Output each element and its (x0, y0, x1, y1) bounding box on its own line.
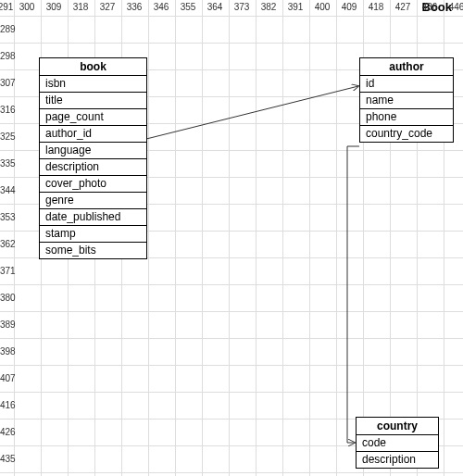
ruler-tick: 291 (0, 2, 13, 12)
field: date_published (40, 209, 146, 226)
field: id (360, 76, 453, 93)
ruler-tick: 346 (154, 2, 169, 12)
field: phone (360, 109, 453, 126)
field: description (40, 159, 146, 176)
ruler-tick: 289 (0, 24, 16, 34)
ruler-tick: 371 (0, 266, 16, 276)
ruler-tick: 355 (181, 2, 196, 12)
ruler-tick: 364 (207, 2, 223, 12)
ruler-tick: 327 (100, 2, 116, 12)
ruler-tick: 380 (0, 293, 16, 303)
ruler-tick: 335 (0, 158, 16, 169)
ruler-tick: 391 (288, 2, 304, 12)
ruler-tick: 309 (46, 2, 62, 12)
ruler-tick: 409 (342, 2, 357, 12)
field: language (40, 143, 146, 159)
field: title (40, 93, 146, 109)
ruler-tick: 435 (0, 454, 16, 464)
field: name (360, 93, 453, 109)
field: genre (40, 193, 146, 209)
entity-header: author (360, 58, 453, 76)
ruler-tick: 436 (422, 2, 438, 12)
field: stamp (40, 226, 146, 243)
diagram-canvas: Book 291 300 309 318 327 336 346 355 364… (0, 0, 463, 476)
ruler-tick: 325 (0, 132, 16, 142)
ruler-tick: 416 (0, 400, 16, 410)
entity-header: country (357, 418, 438, 435)
ruler-tick: 382 (261, 2, 277, 12)
field: description (357, 452, 438, 468)
field: some_bits (40, 243, 146, 258)
ruler-tick: 344 (0, 185, 16, 195)
field: country_code (360, 126, 453, 142)
ruler-top: 291 300 309 318 327 336 346 355 364 373 … (0, 2, 463, 15)
ruler-tick: 353 (0, 212, 16, 222)
ruler-tick: 373 (234, 2, 250, 12)
entity-header: book (40, 58, 146, 76)
ruler-tick: 318 (73, 2, 89, 12)
ruler-tick: 427 (395, 2, 411, 12)
entity-country[interactable]: country code description (356, 417, 439, 469)
ruler-tick: 418 (369, 2, 384, 12)
field: page_count (40, 109, 146, 126)
ruler-tick: 300 (19, 2, 35, 12)
ruler-tick: 362 (0, 239, 16, 249)
field: author_id (40, 126, 146, 143)
entity-book[interactable]: book isbn title page_count author_id lan… (39, 57, 147, 259)
field: code (357, 435, 438, 452)
ruler-tick: 446 (449, 2, 463, 12)
entity-author[interactable]: author id name phone country_code (359, 57, 454, 143)
ruler-tick: 398 (0, 346, 16, 357)
ruler-tick: 389 (0, 319, 16, 330)
field: cover_photo (40, 176, 146, 193)
ruler-tick: 307 (0, 78, 16, 88)
ruler-tick: 336 (127, 2, 143, 12)
field: isbn (40, 76, 146, 93)
ruler-tick: 400 (315, 2, 331, 12)
ruler-tick: 426 (0, 427, 16, 437)
ruler-tick: 316 (0, 105, 16, 115)
ruler-tick: 407 (0, 373, 16, 383)
ruler-tick: 298 (0, 51, 16, 61)
